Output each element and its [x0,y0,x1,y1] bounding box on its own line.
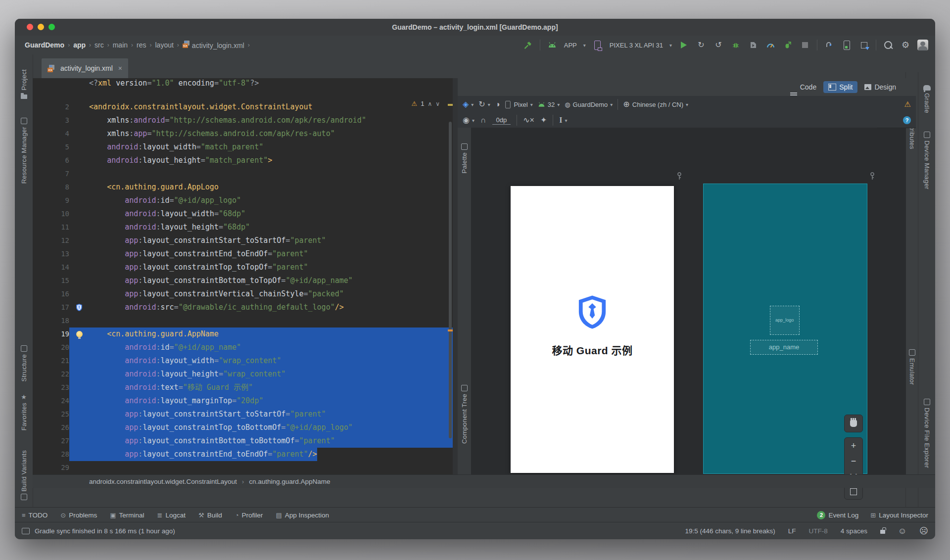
line-number[interactable]: 21 [33,354,69,368]
code-line-18[interactable]: 18 [33,314,453,327]
sidebar-item-gradle[interactable]: Gradle [918,85,935,113]
line-number[interactable]: 3 [33,114,69,127]
sidebar-item-component-tree[interactable]: Component Tree [458,385,471,444]
code-line-26[interactable]: 26 app:layout_constraintTop_toBottomOf="… [33,421,453,434]
device-select[interactable]: Pixel▾ [505,100,532,109]
pan-hand-button[interactable] [844,415,863,432]
line-number[interactable]: 2 [33,100,69,114]
editor-design-splitter[interactable] [453,78,458,475]
breadcrumb-item[interactable]: res [137,41,146,49]
tool-window-button-profiler[interactable]: ◔Profiler [235,512,263,519]
sidebar-item-favorites[interactable]: ★ Favorites [15,394,33,430]
line-number[interactable]: 25 [33,408,69,421]
intention-bulb-icon[interactable] [69,327,89,341]
settings-gear-icon[interactable]: ⚙ [900,40,911,50]
line-number[interactable]: 5 [33,140,69,154]
line-number[interactable]: 13 [33,247,69,261]
theme-select[interactable]: ◍GuardDemo▾ [565,101,613,108]
editor-scrollbar[interactable] [449,122,452,438]
build-hammer-icon[interactable] [522,40,533,50]
infer-constraints-wand-icon[interactable]: ✦ [540,116,547,124]
code-line-4[interactable]: 4 xmlns:app="http://schemas.android.com/… [33,127,453,140]
night-mode-icon[interactable]: ◑ [495,100,500,108]
xml-breadcrumb-item[interactable]: cn.authing.guard.AppName [249,478,330,485]
code-line-2[interactable]: 2<androidx.constraintlayout.widget.Const… [33,100,453,114]
view-options-eye-icon[interactable]: ◉▾ [463,116,475,124]
api-version-select[interactable]: 32▾ [538,101,560,108]
code-line-10[interactable]: 10 android:layout_width="68dp" [33,207,453,221]
sidebar-item-device-manager[interactable]: Device Manager [918,132,935,189]
breadcrumb-item[interactable]: app [73,41,86,49]
tool-window-button-problems[interactable]: ⊙Problems [60,512,97,519]
line-number[interactable]: 22 [33,368,69,381]
run-configuration-select[interactable]: APP [564,42,577,49]
breadcrumb-item[interactable]: main [113,41,128,49]
code-line-7[interactable]: 7 [33,167,453,181]
design-canvas[interactable]: 移动 Guard 示例 app_logo app_name + − 1:1 [471,128,877,475]
breadcrumb-item[interactable]: GuardDemo [25,41,64,49]
code-line-23[interactable]: 23 android:text="移动 Guard 示例" [33,381,453,394]
design-warning-icon[interactable]: ⚠ [904,100,911,109]
stop-button[interactable] [800,40,810,50]
orientation-icon[interactable]: ↻▾ [478,100,490,108]
pack-align-icon[interactable]: I▾ [559,116,567,124]
inspection-widget[interactable]: ⚠ 1 ∧ ∨ [412,100,440,107]
code-lines[interactable]: 1<?xml version="1.0" encoding="utf-8"?>2… [33,87,453,475]
indent-indicator[interactable]: 4 spaces [841,527,867,535]
code-line-17[interactable]: 17 android:src="@drawable/ic_authing_def… [33,301,453,314]
code-line-14[interactable]: 14 app:layout_constraintTop_toTopOf="par… [33,261,453,274]
code-line-6[interactable]: 6 android:layout_height="match_parent"> [33,154,453,167]
layout-inspector-button[interactable]: ⊞ Layout Inspector [870,512,928,519]
help-icon[interactable]: ? [903,116,911,124]
line-number[interactable]: 27 [33,434,69,448]
code-line-11[interactable]: 11 android:layout_height="68dp" [33,221,453,234]
code-line-20[interactable]: 20 android:id="@+id/app_name" [33,341,453,354]
line-number[interactable]: 9 [33,194,69,207]
view-options-layers-icon[interactable]: ◈▾ [463,100,474,108]
warning-stripe-mark[interactable] [448,104,453,106]
mode-split-button[interactable]: Split [823,81,857,93]
sync-gradle-elephant-icon[interactable] [824,40,835,50]
code-line-15[interactable]: 15 app:layout_constraintBottom_toTopOf="… [33,274,453,287]
default-margin-select[interactable]: 0dp [492,116,511,125]
attach-debugger-icon[interactable] [748,40,759,50]
zoom-in-button[interactable]: + [845,438,862,453]
profile-restart-bug-icon[interactable] [782,40,793,50]
line-number[interactable]: 19 [33,327,69,341]
run-button[interactable] [678,40,689,50]
locale-select[interactable]: ⊕Chinese (zh / CN)▾ [623,100,688,108]
caret-position[interactable]: 19:5 (446 chars, 9 line breaks) [685,527,775,535]
blueprint-app-name-box[interactable]: app_name [750,340,818,355]
tab-activity-login-xml[interactable]: <> activity_login.xml × [42,58,128,78]
blueprint-preview-screen[interactable]: app_logo app_name [703,184,867,474]
sdk-manager-icon[interactable] [858,40,869,50]
search-everywhere-icon[interactable] [883,40,894,50]
sidebar-item-device-file-explorer[interactable]: Device File Explorer [918,399,935,468]
code-line-19[interactable]: 19 <cn.authing.guard.AppName [33,327,453,341]
line-number[interactable]: 8 [33,181,69,194]
sidebar-item-emulator[interactable]: Emulator [906,349,918,385]
encoding-indicator[interactable]: UTF-8 [809,527,828,535]
readonly-lock-icon[interactable] [880,530,885,534]
line-number[interactable]: 29 [33,461,69,474]
line-number[interactable]: 14 [33,261,69,274]
breadcrumb-item[interactable]: <>activity_login.xml [183,41,244,49]
chevron-down-icon[interactable]: ▾ [583,43,586,48]
sidebar-item-build-variants[interactable]: Build Variants [15,450,33,500]
tool-window-switcher-icon[interactable] [22,528,30,534]
smile-feedback-icon[interactable]: ☺ [898,527,906,535]
tool-window-button-build[interactable]: ⚒Build [198,512,222,519]
sidebar-item-resource-manager[interactable]: Resource Manager [15,118,33,184]
blueprint-app-logo-box[interactable]: app_logo [770,306,800,335]
code-line-8[interactable]: 8 <cn.authing.guard.AppLogo [33,181,453,194]
sidebar-item-project[interactable]: Project [15,69,33,99]
line-number[interactable]: 20 [33,341,69,354]
code-line-9[interactable]: 9 android:id="@+id/app_logo" [33,194,453,207]
autoconnect-magnet-icon[interactable]: ∩ [480,116,486,124]
line-number[interactable]: 16 [33,287,69,301]
drawable-preview-shield-icon[interactable] [69,301,89,314]
tool-window-button-todo[interactable]: ≡TODO [22,512,48,519]
status-message[interactable]: Gradle sync finished in 8 s 166 ms (1 ho… [35,527,175,535]
line-number[interactable]: 12 [33,234,69,247]
code-line-16[interactable]: 16 app:layout_constraintVertical_chainSt… [33,287,453,301]
